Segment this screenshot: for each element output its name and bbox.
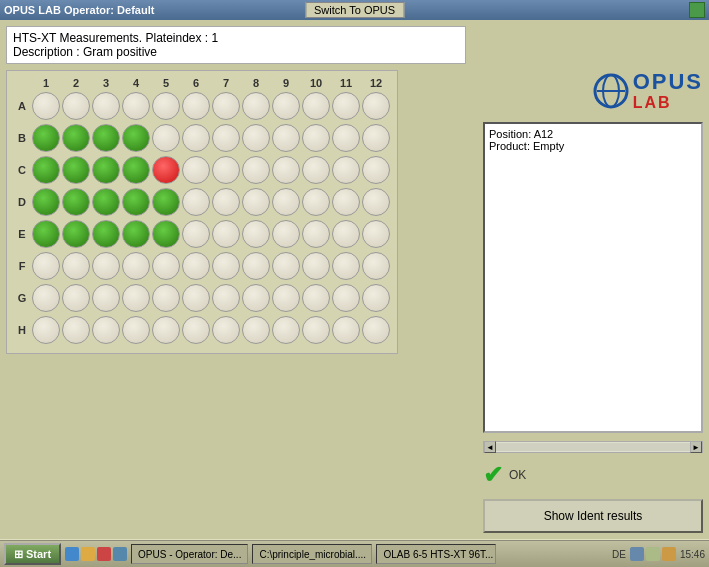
well-A4[interactable]: [122, 92, 150, 120]
well-E5[interactable]: [152, 220, 180, 248]
well-F6[interactable]: [182, 252, 210, 280]
well-G1[interactable]: [32, 284, 60, 312]
well-C4[interactable]: [122, 156, 150, 184]
well-C9[interactable]: [272, 156, 300, 184]
well-F8[interactable]: [242, 252, 270, 280]
well-C2[interactable]: [62, 156, 90, 184]
ie-icon[interactable]: [65, 547, 79, 561]
folder-icon[interactable]: [81, 547, 95, 561]
app-icon[interactable]: [113, 547, 127, 561]
well-H10[interactable]: [302, 316, 330, 344]
well-G10[interactable]: [302, 284, 330, 312]
well-E9[interactable]: [272, 220, 300, 248]
well-D1[interactable]: [32, 188, 60, 216]
well-E12[interactable]: [362, 220, 390, 248]
well-D12[interactable]: [362, 188, 390, 216]
well-D9[interactable]: [272, 188, 300, 216]
well-B6[interactable]: [182, 124, 210, 152]
well-D5[interactable]: [152, 188, 180, 216]
well-A6[interactable]: [182, 92, 210, 120]
well-H7[interactable]: [212, 316, 240, 344]
well-E1[interactable]: [32, 220, 60, 248]
well-B12[interactable]: [362, 124, 390, 152]
well-D10[interactable]: [302, 188, 330, 216]
well-E8[interactable]: [242, 220, 270, 248]
well-A9[interactable]: [272, 92, 300, 120]
well-H1[interactable]: [32, 316, 60, 344]
well-A5[interactable]: [152, 92, 180, 120]
taskbar-item-opus[interactable]: OPUS - Operator: De...: [131, 544, 248, 564]
well-F9[interactable]: [272, 252, 300, 280]
well-E6[interactable]: [182, 220, 210, 248]
well-H5[interactable]: [152, 316, 180, 344]
well-D11[interactable]: [332, 188, 360, 216]
well-C3[interactable]: [92, 156, 120, 184]
well-G7[interactable]: [212, 284, 240, 312]
well-E2[interactable]: [62, 220, 90, 248]
well-E4[interactable]: [122, 220, 150, 248]
well-D2[interactable]: [62, 188, 90, 216]
well-H3[interactable]: [92, 316, 120, 344]
show-ident-results-button[interactable]: Show Ident results: [483, 499, 703, 533]
well-F4[interactable]: [122, 252, 150, 280]
well-F1[interactable]: [32, 252, 60, 280]
taskbar-item-microbial[interactable]: C:\principle_microbial....: [252, 544, 372, 564]
well-B5[interactable]: [152, 124, 180, 152]
well-D7[interactable]: [212, 188, 240, 216]
well-C5[interactable]: [152, 156, 180, 184]
well-B8[interactable]: [242, 124, 270, 152]
well-B9[interactable]: [272, 124, 300, 152]
well-B2[interactable]: [62, 124, 90, 152]
taskbar-item-olab[interactable]: OLAB 6-5 HTS-XT 96T...: [376, 544, 496, 564]
well-F10[interactable]: [302, 252, 330, 280]
well-F5[interactable]: [152, 252, 180, 280]
well-G8[interactable]: [242, 284, 270, 312]
well-D4[interactable]: [122, 188, 150, 216]
scroll-track[interactable]: [496, 443, 690, 451]
well-H4[interactable]: [122, 316, 150, 344]
well-D3[interactable]: [92, 188, 120, 216]
well-B1[interactable]: [32, 124, 60, 152]
well-A3[interactable]: [92, 92, 120, 120]
well-D6[interactable]: [182, 188, 210, 216]
well-F11[interactable]: [332, 252, 360, 280]
well-E3[interactable]: [92, 220, 120, 248]
well-B4[interactable]: [122, 124, 150, 152]
well-B3[interactable]: [92, 124, 120, 152]
well-G5[interactable]: [152, 284, 180, 312]
well-A10[interactable]: [302, 92, 330, 120]
well-A11[interactable]: [332, 92, 360, 120]
well-E7[interactable]: [212, 220, 240, 248]
well-C7[interactable]: [212, 156, 240, 184]
media-icon[interactable]: [97, 547, 111, 561]
well-A7[interactable]: [212, 92, 240, 120]
well-B10[interactable]: [302, 124, 330, 152]
well-F2[interactable]: [62, 252, 90, 280]
well-E10[interactable]: [302, 220, 330, 248]
well-F12[interactable]: [362, 252, 390, 280]
well-A1[interactable]: [32, 92, 60, 120]
well-G3[interactable]: [92, 284, 120, 312]
well-A2[interactable]: [62, 92, 90, 120]
well-G11[interactable]: [332, 284, 360, 312]
horizontal-scrollbar[interactable]: ◄ ►: [483, 441, 703, 453]
well-G2[interactable]: [62, 284, 90, 312]
well-B7[interactable]: [212, 124, 240, 152]
well-C12[interactable]: [362, 156, 390, 184]
start-button[interactable]: ⊞ Start: [4, 543, 61, 565]
well-H2[interactable]: [62, 316, 90, 344]
well-G9[interactable]: [272, 284, 300, 312]
well-C1[interactable]: [32, 156, 60, 184]
scroll-right-arrow[interactable]: ►: [690, 441, 702, 453]
well-E11[interactable]: [332, 220, 360, 248]
well-H8[interactable]: [242, 316, 270, 344]
well-G4[interactable]: [122, 284, 150, 312]
well-C8[interactable]: [242, 156, 270, 184]
well-A12[interactable]: [362, 92, 390, 120]
well-D8[interactable]: [242, 188, 270, 216]
scroll-left-arrow[interactable]: ◄: [484, 441, 496, 453]
well-C10[interactable]: [302, 156, 330, 184]
well-B11[interactable]: [332, 124, 360, 152]
well-H6[interactable]: [182, 316, 210, 344]
well-H11[interactable]: [332, 316, 360, 344]
